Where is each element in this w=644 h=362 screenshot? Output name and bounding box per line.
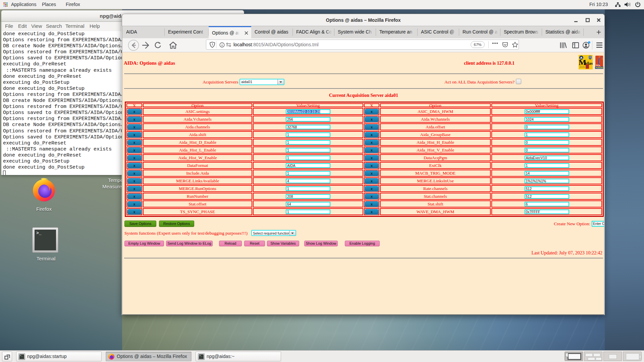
svg-text:POWERED: POWERED [596,67,604,69]
svg-text:powered by: powered by [580,66,585,68]
